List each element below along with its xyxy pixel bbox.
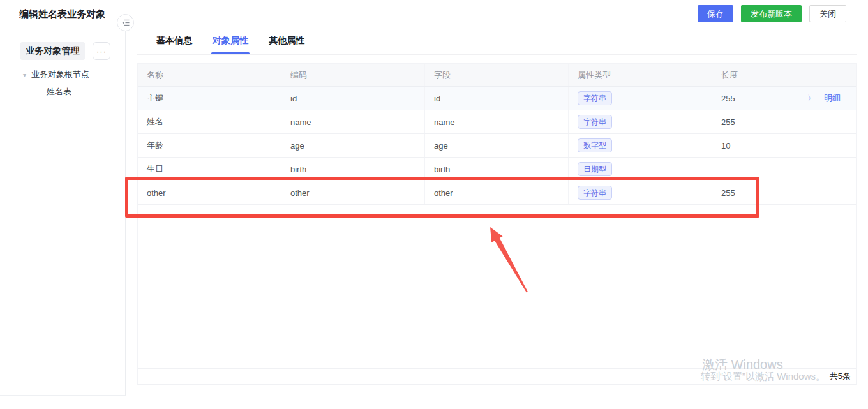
table-row[interactable]: 主键 id id 字符串 255 〉 明细 (138, 87, 856, 110)
tab-basic-info[interactable]: 基本信息 (156, 27, 192, 54)
collapse-sidebar-button[interactable] (117, 14, 134, 31)
cell-type: 字符串 (569, 110, 712, 133)
more-actions-button[interactable]: ··· (93, 42, 110, 60)
cell-type: 字符串 (569, 181, 712, 204)
cell-type: 日期型 (569, 158, 712, 181)
save-button[interactable]: 保存 (698, 5, 733, 22)
app-window: 编辑姓名表业务对象 保存 发布新版本 关闭 业务对象管理 ··· ▾ 业务对象根… (0, 0, 868, 409)
table-row[interactable]: 姓名 name name 字符串 255 (138, 110, 856, 134)
cell-type: 数字型 (569, 134, 712, 157)
column-header-name: 名称 (138, 64, 281, 86)
cell-length: 255 (712, 181, 856, 204)
cell-name: 年龄 (138, 134, 281, 157)
sidebar-title-business-object-management[interactable]: 业务对象管理 (20, 42, 85, 60)
cell-code: name (281, 110, 425, 133)
header-actions: 保存 发布新版本 关闭 (698, 5, 846, 22)
publish-new-version-button[interactable]: 发布新版本 (741, 5, 802, 22)
cell-code: birth (281, 158, 425, 181)
cell-length (712, 158, 856, 181)
detail-link-label[interactable]: 明细 (824, 93, 841, 104)
tab-other-attributes[interactable]: 其他属性 (269, 27, 304, 54)
cell-field: id (425, 87, 569, 110)
tab-bar: 基本信息 对象属性 其他属性 (137, 27, 857, 55)
tree-node-child-label: 姓名表 (47, 86, 71, 98)
detail-link[interactable]: 〉 明细 (807, 93, 841, 104)
type-badge: 字符串 (578, 186, 612, 200)
column-header-length: 长度 (712, 64, 856, 86)
total-count-label: 共5条 (830, 371, 851, 382)
cell-field: other (425, 181, 569, 204)
length-value: 255 (721, 188, 735, 198)
cell-name: 生日 (138, 158, 281, 181)
type-badge: 字符串 (578, 91, 612, 105)
tree-caret-icon[interactable]: ▾ (23, 71, 26, 78)
close-button[interactable]: 关闭 (809, 5, 846, 22)
type-badge: 字符串 (578, 115, 612, 129)
column-header-code: 编码 (281, 64, 425, 86)
column-header-type: 属性类型 (569, 64, 712, 86)
table-row[interactable]: 生日 birth birth 日期型 (138, 158, 856, 181)
length-value: 255 (721, 94, 735, 103)
tree-node-root[interactable]: ▾ 业务对象根节点 (23, 69, 89, 80)
cell-name: 主键 (138, 87, 281, 110)
tree-node-root-label: 业务对象根节点 (31, 69, 89, 80)
cell-name: other (138, 181, 281, 204)
type-badge: 日期型 (578, 162, 612, 176)
windows-watermark-line2: 转到“设置”以激活 Windows。 (701, 371, 825, 383)
cell-field: name (425, 110, 569, 133)
table-row[interactable]: 年龄 age age 数字型 10 (138, 134, 856, 158)
detail-chevron-icon[interactable]: 〉 (807, 93, 815, 104)
page-title: 编辑姓名表业务对象 (19, 0, 105, 27)
cell-type: 字符串 (569, 87, 712, 110)
length-value: 10 (721, 141, 730, 151)
type-badge: 数字型 (578, 138, 612, 152)
column-header-field: 字段 (425, 64, 569, 86)
sidebar: 业务对象管理 ··· ▾ 业务对象根节点 姓名表 (0, 27, 126, 396)
cell-length: 255 〉 明细 (712, 87, 856, 110)
table-row[interactable]: other other other 字符串 255 (138, 181, 856, 205)
cell-length: 10 (712, 134, 856, 157)
cell-length: 255 (712, 110, 856, 133)
attributes-table: 名称 编码 字段 属性类型 长度 主键 id id 字符串 255 〉 明细 姓… (137, 63, 857, 385)
cell-code: id (281, 87, 425, 110)
cell-field: birth (425, 158, 569, 181)
cell-field: age (425, 134, 569, 157)
table-header-row: 名称 编码 字段 属性类型 长度 (138, 64, 856, 87)
collapse-sidebar-icon (121, 19, 130, 27)
cell-name: 姓名 (138, 110, 281, 133)
cell-code: age (281, 134, 425, 157)
tab-object-attributes[interactable]: 对象属性 (213, 27, 248, 54)
cell-code: other (281, 181, 425, 204)
length-value: 255 (721, 117, 735, 127)
tree-node-name-table[interactable]: 姓名表 (47, 86, 71, 98)
